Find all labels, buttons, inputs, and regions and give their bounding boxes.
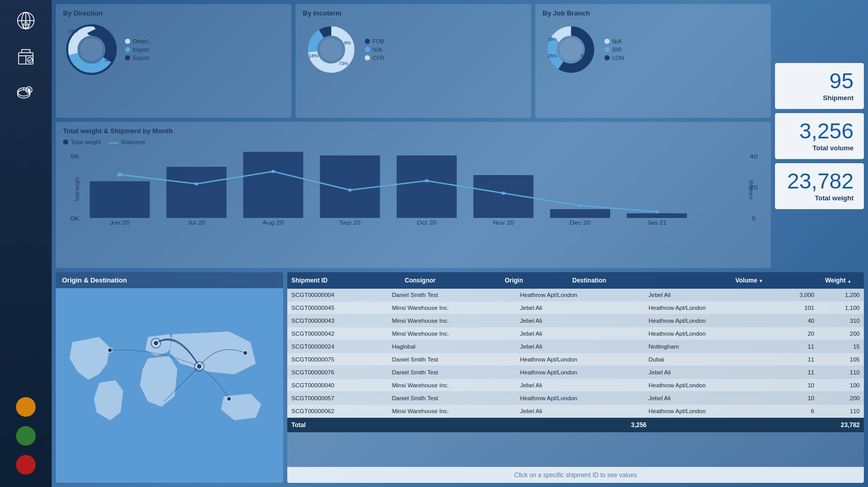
svg-text:25%: 25% xyxy=(548,53,557,58)
table-row[interactable]: SCGT00000042 Minsi Warehouse Inc. Jebel … xyxy=(287,327,864,340)
svg-point-73 xyxy=(243,351,247,355)
svg-rect-44 xyxy=(166,167,226,218)
cell-volume: 11 xyxy=(773,353,818,366)
world-map-svg xyxy=(56,288,283,482)
table-row[interactable]: SCGT00000057 Daniel Smith Test Heathrow … xyxy=(287,391,864,404)
cell-consignor: Haglobal xyxy=(388,340,516,353)
cell-weight: 15 xyxy=(818,340,864,353)
cell-consignor: Daniel Smith Test xyxy=(388,391,516,404)
cell-consignor: Daniel Smith Test xyxy=(388,289,516,302)
svg-text:Sep 20: Sep 20 xyxy=(339,221,361,226)
cell-volume: 10 xyxy=(773,391,818,404)
cell-consignor: Minsi Warehouse Inc. xyxy=(388,327,516,340)
cell-origin: Jebel Ali xyxy=(516,314,645,327)
map-body xyxy=(56,288,283,482)
svg-text:34%: 34% xyxy=(104,57,114,62)
col-origin[interactable]: Origin xyxy=(501,272,568,289)
svg-rect-45 xyxy=(243,152,303,218)
svg-point-32 xyxy=(560,38,582,61)
table-row[interactable]: SCGT00000040 Minsi Warehouse Inc. Jebel … xyxy=(287,379,864,391)
total-volume: 3,256 xyxy=(464,418,650,432)
cell-origin: Jebel Ali xyxy=(516,327,645,340)
cell-consignor: Minsi Warehouse Inc. xyxy=(388,301,516,314)
cell-destination: Nottingham xyxy=(644,340,773,353)
incoterm-title: By Incoterm xyxy=(303,9,524,17)
cell-volume: 101 xyxy=(773,301,818,314)
legend-fob: FOB xyxy=(373,38,384,44)
kpi-weight: 23,782 Total weight xyxy=(775,163,864,209)
chart-by-branch: By Job Branch 16% 25% 59% N/A BIR xyxy=(535,4,771,118)
svg-text:Shipment: Shipment xyxy=(748,180,754,199)
svg-point-53 xyxy=(271,170,275,173)
cell-weight: 310 xyxy=(818,314,864,327)
col-volume[interactable]: Volume xyxy=(675,272,767,289)
kpi-column: 95 Shipment 3,256 Total volume 23,782 To… xyxy=(771,4,864,268)
incoterm-donut: 9% 18% 73% xyxy=(303,21,360,78)
cell-destination: Jebel Ali xyxy=(644,391,773,404)
svg-line-19 xyxy=(99,41,102,42)
cell-id: SCGT00000062 xyxy=(287,404,388,417)
cell-consignor: Minsi Warehouse Inc. xyxy=(388,379,516,391)
legend-cfr: CFR xyxy=(373,55,384,61)
table-row[interactable]: SCGT00000062 Minsi Warehouse Inc. Jebel … xyxy=(287,404,864,417)
svg-text:Jul 20: Jul 20 xyxy=(188,221,205,226)
svg-text:Jun 20: Jun 20 xyxy=(110,221,130,226)
kpi-volume: 3,256 Total volume xyxy=(775,113,864,159)
table-row[interactable]: SCGT00000043 Minsi Warehouse Inc. Jebel … xyxy=(287,314,864,327)
kpi-shipment-label: Shipment xyxy=(785,94,854,102)
table-row[interactable]: SCGT00000024 Haglobal Jebel Ali Nottingh… xyxy=(287,340,864,353)
cell-id: SCGT00000076 xyxy=(287,366,388,379)
cell-destination: Jebel Ali xyxy=(644,289,773,302)
map-card: Origin & Destination xyxy=(56,272,283,483)
chart-by-direction: By Direction xyxy=(56,4,291,118)
cell-origin: Jebel Ali xyxy=(516,301,645,314)
legend-total-weight: Total weight xyxy=(71,139,101,145)
data-table: Shipment ID Consignor Origin Destination… xyxy=(287,272,864,289)
svg-text:73%: 73% xyxy=(339,61,348,66)
cell-volume: 20 xyxy=(773,327,818,340)
cell-volume: 11 xyxy=(773,366,818,379)
legend-na-branch: N/A xyxy=(612,38,622,44)
red-dot[interactable] xyxy=(16,455,36,475)
table-scroll-body[interactable]: SCGT00000004 Daniel Smith Test Heathrow … xyxy=(287,289,864,418)
branch-legend: N/A BIR LON xyxy=(605,38,624,61)
svg-text:29%: 29% xyxy=(68,28,78,34)
svg-text:Dec 20: Dec 20 xyxy=(569,221,591,226)
col-weight[interactable]: Weight ▲ xyxy=(767,272,856,289)
svg-point-52 xyxy=(194,182,198,185)
svg-point-56 xyxy=(501,192,505,195)
branch-title: By Job Branch xyxy=(542,9,764,17)
col-destination[interactable]: Destination xyxy=(568,272,675,289)
cell-id: SCGT00000075 xyxy=(287,353,388,366)
cell-origin: Jebel Ali xyxy=(516,340,645,353)
cell-volume: 40 xyxy=(773,314,818,327)
legend-import: Import xyxy=(133,46,149,53)
chart-by-incoterm: By Incoterm 9% 18% 73% FOB N/A xyxy=(296,4,531,118)
green-dot[interactable] xyxy=(16,426,36,446)
total-label: Total xyxy=(287,418,464,432)
table-row[interactable]: SCGT00000004 Daniel Smith Test Heathrow … xyxy=(287,289,864,302)
money-icon[interactable]: $ xyxy=(10,77,41,108)
col-shipment-id[interactable]: Shipment ID xyxy=(287,272,400,289)
cell-destination: Heathrow Apt/London xyxy=(644,404,773,417)
svg-rect-46 xyxy=(320,155,380,218)
table-row[interactable]: SCGT00000075 Daniel Smith Test Heathrow … xyxy=(287,353,864,366)
table-hint: Click on a specific shipment ID to see v… xyxy=(287,467,864,483)
cell-origin: Jebel Ali xyxy=(516,404,645,417)
cell-id: SCGT00000043 xyxy=(287,314,388,327)
globe-icon[interactable] xyxy=(10,5,41,36)
package-icon[interactable] xyxy=(10,41,41,72)
kpi-volume-value: 3,256 xyxy=(785,120,854,142)
incoterm-legend: FOB N/A CFR xyxy=(365,38,384,61)
cell-weight: 105 xyxy=(818,353,864,366)
cell-destination: Heathrow Apt/London xyxy=(644,327,773,340)
table-row[interactable]: SCGT00000045 Minsi Warehouse Inc. Jebel … xyxy=(287,301,864,314)
svg-rect-43 xyxy=(90,181,150,218)
cell-volume: 6 xyxy=(773,404,818,417)
col-consignor[interactable]: Consignor xyxy=(400,272,501,289)
orange-dot[interactable] xyxy=(16,397,36,417)
legend-na: N/A xyxy=(373,46,382,53)
monthly-chart-svg: 5K 0K Total weight 40 20 0 Shipment xyxy=(63,148,764,226)
table-row[interactable]: SCGT00000076 Daniel Smith Test Heathrow … xyxy=(287,366,864,379)
svg-text:9%: 9% xyxy=(344,40,351,45)
